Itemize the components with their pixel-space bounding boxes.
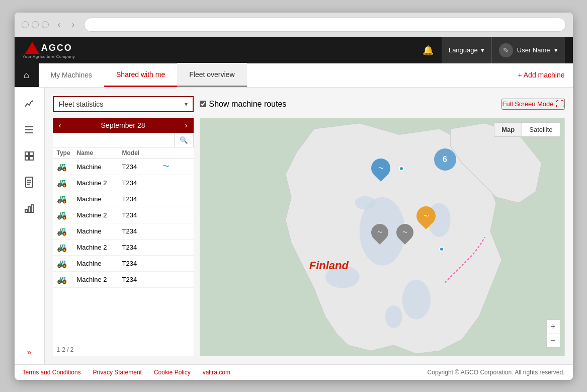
content-row: ‹ September 28 › 🔍 Type [53,118,565,356]
machine-type-icon: 🚜 [57,275,77,284]
controls-row: Fleet statistics ▾ Show machine routes F… [53,96,565,113]
sidebar-icon-list[interactable] [17,118,41,142]
fleet-statistics-dropdown[interactable]: Fleet statistics ▾ [53,96,194,112]
table-row[interactable]: 🚜 Machine T234 [53,191,194,207]
table-row[interactable]: 🚜 Machine T234 〜 [53,159,194,175]
agco-diamond-icon [25,42,39,54]
home-button[interactable]: ⌂ [15,63,39,87]
sidebar-icon-analytics[interactable] [17,92,41,116]
agco-letters: AGCO [41,43,72,52]
tab-fleet-overview[interactable]: Fleet overview [177,63,246,87]
machine-search-input[interactable] [53,133,174,147]
tab-my-machines[interactable]: My Machines [39,63,104,87]
map-pin-orange[interactable]: 〜 [416,206,436,225]
map-pin-gray-2[interactable]: 〜 [396,224,413,241]
svg-point-19 [385,305,402,328]
user-name-label: User Name [517,46,550,54]
date-next-button[interactable]: › [183,121,189,130]
table-header: Type Name Model [53,147,194,159]
browser-dot-3 [42,21,49,28]
copyright-text: Copyright © AGCO Corporation. All rights… [428,369,565,376]
show-routes-checkbox[interactable] [200,101,206,107]
cookie-policy-link[interactable]: Cookie Policy [154,369,191,376]
tab-shared-with-me[interactable]: Shared with me [104,63,177,87]
browser-dot-1 [22,21,29,28]
browser-nav: ‹ › [54,19,79,30]
valtra-link[interactable]: valtra.com [203,369,230,376]
add-machine-button[interactable]: + Add machine [518,71,564,79]
browser-dots [22,21,49,28]
zoom-in-button[interactable]: + [546,320,560,334]
machine-type-icon: 🚜 [57,243,77,252]
machine-type-icon: 🚜 [57,226,77,236]
secondary-nav: ⌂ My Machines Shared with me Fleet overv… [15,63,573,88]
date-label: September 28 [101,121,145,129]
svg-rect-4 [30,152,33,155]
agco-logo: AGCO Your Agriculture Company [23,42,75,59]
browser-forward-button[interactable]: › [68,19,79,30]
map-dot-pink [439,247,444,252]
privacy-statement-link[interactable]: Privacy Statement [93,369,142,376]
machine-type-icon: 🚜 [57,178,77,188]
cluster-count-label: 6 [434,148,456,171]
user-button[interactable]: ✎ User Name ▾ [491,37,565,63]
svg-point-17 [402,279,431,319]
map-cluster-6[interactable]: 6 [434,148,456,171]
main-content: » Fleet statistics ▾ Show machine routes [15,88,573,364]
machine-type-icon: 🚜 [57,194,77,204]
machine-table: Type Name Model 🚜 Machine T234 〜 [53,147,194,343]
table-row[interactable]: 🚜 Machine 2 T234 [53,175,194,191]
browser-chrome: ‹ › [15,13,573,37]
notifications-button[interactable]: 🔔 [414,45,442,56]
svg-point-20 [355,196,375,209]
svg-rect-5 [25,156,29,160]
language-chevron-icon: ▾ [481,46,484,54]
search-row: 🔍 [53,133,194,147]
fullscreen-button[interactable]: Full Screen Mode ⛶ [501,99,565,110]
map-pin-gray-1[interactable]: 〜 [371,224,388,241]
content-area: Fleet statistics ▾ Show machine routes F… [45,88,573,364]
browser-address-bar[interactable] [84,18,566,32]
sidebar-expand-button[interactable]: » [17,344,41,360]
language-label: Language [449,46,478,54]
map-area[interactable]: Finland 〜 [200,118,565,356]
date-prev-button[interactable]: ‹ [57,121,63,130]
language-button[interactable]: Language ▾ [442,37,491,63]
map-view-controls: Map Satellite [494,122,560,137]
trend-icon: 〜 [162,162,188,171]
svg-rect-13 [31,205,33,212]
machine-type-icon: 🚜 [57,259,77,268]
table-row[interactable]: 🚜 Machine 2 T234 [53,207,194,223]
table-row[interactable]: 🚜 Machine T234 [53,223,194,240]
map-view-button[interactable]: Map [494,122,522,137]
machine-type-icon: 🚜 [57,162,77,172]
finland-label: Finland [309,259,349,272]
svg-rect-11 [25,209,27,212]
sidebar-icon-chart[interactable] [17,196,41,220]
zoom-controls: + − [546,320,560,348]
date-nav: ‹ September 28 › [53,118,194,133]
browser-back-button[interactable]: ‹ [54,19,65,30]
sidebar-icon-report[interactable] [17,170,41,194]
map-background: Finland 〜 [200,118,564,356]
user-chevron-icon: ▾ [554,46,558,54]
terms-conditions-link[interactable]: Terms and Conditions [23,369,81,376]
dropdown-arrow-icon: ▾ [185,101,188,108]
user-avatar-icon: ✎ [499,43,513,57]
sidebar-icon-grid[interactable] [17,144,41,168]
top-nav: AGCO Your Agriculture Company 🔔 Language… [15,37,573,63]
table-row[interactable]: 🚜 Machine 2 T234 [53,240,194,256]
show-routes-label[interactable]: Show machine routes [200,100,287,109]
machine-type-icon: 🚜 [57,210,77,220]
svg-rect-3 [25,152,29,155]
app-container: AGCO Your Agriculture Company 🔔 Language… [15,37,573,380]
browser-dot-2 [32,21,39,28]
table-row[interactable]: 🚜 Machine T234 [53,256,194,272]
table-row[interactable]: 🚜 Machine 2 T234 [53,272,194,288]
search-button[interactable]: 🔍 [174,133,193,147]
svg-rect-12 [28,207,30,212]
map-pin-blue-trend[interactable]: 〜 [371,159,390,178]
satellite-view-button[interactable]: Satellite [522,122,560,137]
sidebar: » [15,88,45,364]
zoom-out-button[interactable]: − [546,334,560,348]
